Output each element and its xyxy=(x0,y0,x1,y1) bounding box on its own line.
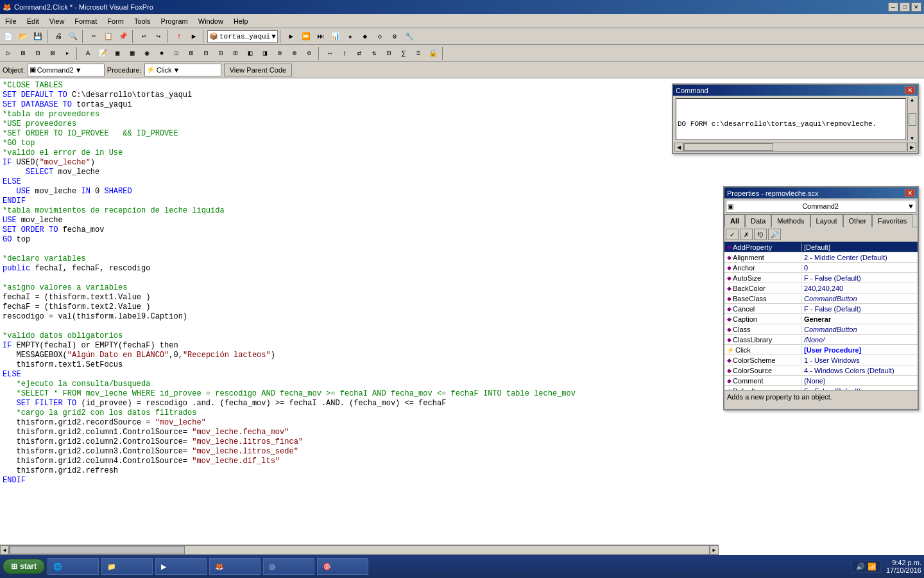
prop-row-colorscheme[interactable]: ◆ ColorScheme 1 - User Windows xyxy=(724,355,918,365)
taskbar-explorer[interactable]: 📁 xyxy=(101,558,153,575)
tb2-btn-20[interactable]: ⊗ xyxy=(287,46,302,60)
menu-edit[interactable]: Edit xyxy=(22,16,44,26)
start-button[interactable]: ⊞ start xyxy=(3,559,45,574)
minimize-button[interactable]: ─ xyxy=(888,3,898,12)
prop-object-arrow[interactable]: ▼ xyxy=(907,202,914,210)
taskbar-chrome[interactable]: ◎ xyxy=(263,558,314,575)
prop-object-select[interactable]: ▣ Command2 ▼ xyxy=(726,200,916,213)
menu-file[interactable]: File xyxy=(0,16,22,26)
save-button[interactable]: 💾 xyxy=(31,30,45,44)
tb2-btn-14[interactable]: ⊟ xyxy=(199,46,213,60)
prop-row-anchor[interactable]: ◆ Anchor 0 xyxy=(724,263,918,273)
command-panel-title[interactable]: Command ✕ xyxy=(673,85,918,96)
menu-program[interactable]: Program xyxy=(156,16,193,26)
copy-button[interactable]: 📋 xyxy=(101,30,116,44)
redo-button[interactable]: ↪ xyxy=(151,30,166,44)
prop-row-addproperty[interactable]: ◆ AddProperty [Default] xyxy=(724,242,918,252)
run-button[interactable]: ▶ xyxy=(284,30,298,44)
prop-row-autosize[interactable]: ◆ AutoSize F - False (Default) xyxy=(724,273,918,283)
code-hscroll-track[interactable] xyxy=(9,545,710,555)
tb2-btn-8[interactable]: ▣ xyxy=(110,46,124,60)
prop-row-click[interactable]: ⚡ Click [User Procedure] xyxy=(724,345,918,355)
prop-row-baseclass[interactable]: ◆ BaseClass CommandButton xyxy=(724,293,918,304)
tb2-btn-2[interactable]: ⊞ xyxy=(16,46,30,60)
taskbar-ie[interactable]: 🌐 xyxy=(47,558,99,575)
tb-btn-14[interactable]: 🔧 xyxy=(402,30,416,44)
tb2-btn-24[interactable]: ⇄ xyxy=(352,46,366,60)
tab-data[interactable]: Data xyxy=(745,215,771,227)
hscroll-right[interactable]: ▶ xyxy=(907,143,916,152)
tb-btn-7[interactable]: ⏩ xyxy=(299,30,313,44)
speaker-icon[interactable]: 🔊 xyxy=(856,563,865,571)
scroll-thumb[interactable] xyxy=(909,113,916,126)
tb2-btn-17[interactable]: ◧ xyxy=(243,46,257,60)
network-icon[interactable]: 📶 xyxy=(868,563,877,571)
object-select[interactable]: ▣ Command2 ▼ xyxy=(28,64,105,76)
menu-help[interactable]: Help xyxy=(228,16,253,26)
prop-check-button[interactable]: ✓ xyxy=(726,229,739,240)
tab-all[interactable]: All xyxy=(724,215,745,227)
tb-btn-9[interactable]: 📊 xyxy=(329,30,343,44)
prop-row-classlibrary[interactable]: ◆ ClassLibrary /None/ xyxy=(724,335,918,345)
menu-tools[interactable]: Tools xyxy=(129,16,156,26)
paste-button[interactable]: 📌 xyxy=(116,30,130,44)
undo-button[interactable]: ↩ xyxy=(137,30,151,44)
preview-button[interactable]: 🔍 xyxy=(66,30,80,44)
tb2-btn-21[interactable]: ⊘ xyxy=(302,46,316,60)
cut-button[interactable]: ✂ xyxy=(87,30,101,44)
tb2-btn-15[interactable]: ⊡ xyxy=(214,46,228,60)
tb2-btn-11[interactable]: ● xyxy=(155,46,169,60)
tb2-btn-27[interactable]: ∑ xyxy=(397,46,411,60)
tb2-btn-25[interactable]: ⇅ xyxy=(367,46,381,60)
tb2-btn-1[interactable]: ▷ xyxy=(1,46,15,60)
tb-btn-11[interactable]: ◆ xyxy=(358,30,372,44)
code-hscroll[interactable]: ◀ ▶ xyxy=(0,545,719,555)
prop-row-caption[interactable]: ◆ Caption Generar xyxy=(724,314,918,324)
taskbar-media[interactable]: ▶ xyxy=(155,558,207,575)
tb2-btn-4[interactable]: ⊠ xyxy=(46,46,60,60)
procedure-arrow-icon[interactable]: ▼ xyxy=(173,66,180,74)
database-dropdown[interactable]: 📦 tortas_yaqui ▼ xyxy=(207,30,278,43)
properties-panel-close[interactable]: ✕ xyxy=(905,189,915,197)
menu-format[interactable]: Format xyxy=(69,16,102,26)
tb2-btn-16[interactable]: ⊞ xyxy=(228,46,243,60)
tb2-btn-28[interactable]: ≡ xyxy=(411,46,425,60)
hscroll-left-btn[interactable]: ◀ xyxy=(0,545,9,555)
dropdown-arrow-icon[interactable]: ▼ xyxy=(271,33,276,40)
tab-favorites[interactable]: Favorites xyxy=(872,215,912,227)
tb2-btn-18[interactable]: ◨ xyxy=(258,46,272,60)
tb2-btn-5[interactable]: ▸ xyxy=(60,46,74,60)
hscroll-right-btn[interactable]: ▶ xyxy=(710,545,719,555)
prop-row-backcolor[interactable]: ◆ BackColor 240,240,240 xyxy=(724,283,918,293)
tb2-btn-22[interactable]: ↔ xyxy=(323,46,337,60)
prop-row-comment[interactable]: ◆ Comment (None) xyxy=(724,376,918,386)
prop-row-cancel[interactable]: ◆ Cancel F - False (Default) xyxy=(724,304,918,314)
tb2-btn-13[interactable]: ⊞ xyxy=(184,46,198,60)
tab-layout[interactable]: Layout xyxy=(810,215,843,227)
scroll-up-icon[interactable]: ▲ xyxy=(910,97,915,103)
command-panel-close[interactable]: ✕ xyxy=(905,86,915,94)
taskbar-app[interactable]: 🎯 xyxy=(317,558,368,575)
tab-methods[interactable]: Methods xyxy=(771,215,810,227)
menu-form[interactable]: Form xyxy=(102,16,129,26)
code-hscroll-thumb[interactable] xyxy=(10,546,185,554)
maximize-button[interactable]: □ xyxy=(900,3,910,12)
command-hscroll[interactable]: ◀ ▶ xyxy=(674,143,916,152)
command-panel-content[interactable]: DO FORM c:\desarrollo\tortas_yaqui\repmo… xyxy=(676,98,906,140)
step-button[interactable]: ▶ xyxy=(187,30,201,44)
debug-button[interactable]: ! xyxy=(172,30,186,44)
menu-window[interactable]: Window xyxy=(193,16,228,26)
tb2-btn-9[interactable]: ▦ xyxy=(125,46,139,60)
prop-cancel-button[interactable]: ✗ xyxy=(740,229,753,240)
tb-btn-12[interactable]: ◇ xyxy=(373,30,387,44)
tb2-btn-23[interactable]: ↕ xyxy=(338,46,352,60)
tab-other[interactable]: Other xyxy=(843,215,873,227)
menu-view[interactable]: View xyxy=(44,16,70,26)
hscroll-thumb[interactable] xyxy=(684,143,773,151)
tb2-btn-29[interactable]: 🔒 xyxy=(426,46,440,60)
print-button[interactable]: 🖨 xyxy=(51,30,65,44)
tb2-btn-7[interactable]: 📝 xyxy=(96,46,110,60)
open-button[interactable]: 📂 xyxy=(16,30,30,44)
tb-btn-13[interactable]: ⚙ xyxy=(388,30,402,44)
tb2-btn-26[interactable]: ⊟ xyxy=(382,46,396,60)
